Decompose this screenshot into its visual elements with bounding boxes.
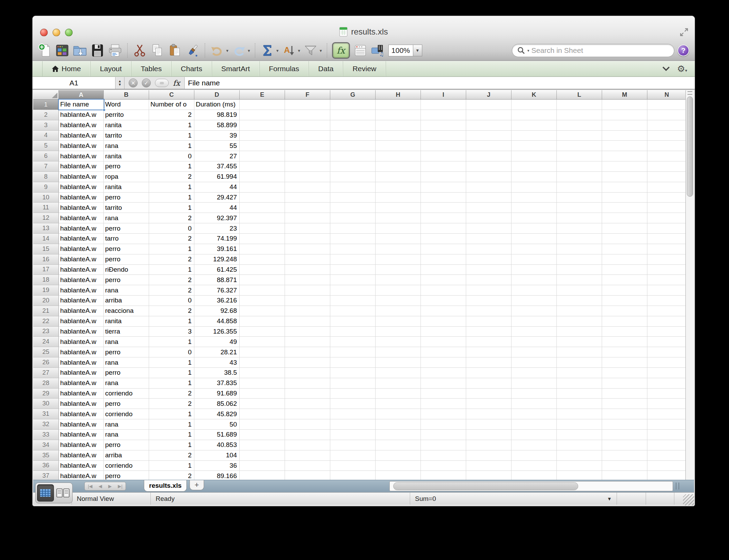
cell-E27[interactable] bbox=[240, 368, 285, 378]
cell-H6[interactable] bbox=[376, 151, 421, 161]
cell-H37[interactable] bbox=[376, 471, 421, 480]
cell-N14[interactable] bbox=[647, 234, 686, 244]
cell-F20[interactable] bbox=[285, 296, 330, 306]
name-box[interactable]: A1 bbox=[33, 77, 116, 89]
cell-N27[interactable] bbox=[647, 368, 686, 378]
cell-K7[interactable] bbox=[511, 161, 557, 172]
cell-J10[interactable] bbox=[466, 193, 511, 203]
cell-A18[interactable]: hablanteA.w bbox=[59, 275, 104, 285]
cell-E20[interactable] bbox=[240, 296, 285, 306]
cell-J5[interactable] bbox=[466, 141, 511, 151]
cell-A4[interactable]: hablanteA.w bbox=[59, 131, 104, 141]
cell-C28[interactable]: 1 bbox=[149, 378, 194, 389]
sum-dropdown-icon[interactable]: ▼ bbox=[607, 496, 612, 502]
cell-I23[interactable] bbox=[421, 327, 466, 337]
cell-G10[interactable] bbox=[330, 193, 376, 203]
sheet-nav-arrows[interactable]: |◀ ◀ ▶ ▶| bbox=[84, 482, 126, 491]
window-resize-grip[interactable] bbox=[683, 494, 694, 505]
cell-I19[interactable] bbox=[421, 285, 466, 296]
cell-G33[interactable] bbox=[330, 430, 376, 440]
cell-J24[interactable] bbox=[466, 337, 511, 347]
cell-M16[interactable] bbox=[602, 254, 647, 265]
cell-A17[interactable]: hablanteA.w bbox=[59, 265, 104, 275]
column-header-B[interactable]: B bbox=[104, 90, 149, 100]
horizontal-scrollbar[interactable] bbox=[389, 481, 673, 491]
row-header-3[interactable]: 3 bbox=[33, 120, 59, 131]
cell-H30[interactable] bbox=[376, 399, 421, 409]
cell-H28[interactable] bbox=[376, 378, 421, 389]
cell-I27[interactable] bbox=[421, 368, 466, 378]
open-button[interactable] bbox=[73, 43, 87, 58]
cell-N33[interactable] bbox=[647, 430, 686, 440]
cell-N4[interactable] bbox=[647, 131, 686, 141]
cell-F12[interactable] bbox=[285, 213, 330, 223]
cell-M34[interactable] bbox=[602, 440, 647, 450]
cell-G8[interactable] bbox=[330, 172, 376, 182]
cell-M20[interactable] bbox=[602, 296, 647, 306]
toolbox-button[interactable] bbox=[353, 43, 368, 58]
cell-I17[interactable] bbox=[421, 265, 466, 275]
cell-M15[interactable] bbox=[602, 244, 647, 254]
cell-I2[interactable] bbox=[421, 110, 466, 120]
cell-A16[interactable]: hablanteA.w bbox=[59, 254, 104, 265]
cell-D2[interactable]: 98.819 bbox=[194, 110, 240, 120]
cell-I11[interactable] bbox=[421, 203, 466, 213]
cell-G27[interactable] bbox=[330, 368, 376, 378]
cell-B28[interactable]: rana bbox=[104, 378, 149, 389]
row-header-22[interactable]: 22 bbox=[33, 316, 59, 327]
cell-H10[interactable] bbox=[376, 193, 421, 203]
column-header-A[interactable]: A bbox=[59, 90, 104, 100]
fullscreen-icon[interactable] bbox=[680, 28, 689, 37]
cell-K12[interactable] bbox=[511, 213, 557, 223]
tab-home[interactable]: Home bbox=[42, 61, 91, 76]
cell-H7[interactable] bbox=[376, 161, 421, 172]
cell-A33[interactable]: hablanteA.w bbox=[59, 430, 104, 440]
cell-F15[interactable] bbox=[285, 244, 330, 254]
cell-F5[interactable] bbox=[285, 141, 330, 151]
cell-J28[interactable] bbox=[466, 378, 511, 389]
cell-H20[interactable] bbox=[376, 296, 421, 306]
row-header-10[interactable]: 10 bbox=[33, 193, 59, 203]
cell-M32[interactable] bbox=[602, 419, 647, 430]
cell-M6[interactable] bbox=[602, 151, 647, 161]
cell-F34[interactable] bbox=[285, 440, 330, 450]
cell-J4[interactable] bbox=[466, 131, 511, 141]
cell-G20[interactable] bbox=[330, 296, 376, 306]
cell-D9[interactable]: 44 bbox=[194, 182, 240, 193]
cell-M1[interactable] bbox=[602, 100, 647, 110]
row-header-8[interactable]: 8 bbox=[33, 172, 59, 182]
cell-A36[interactable]: hablanteA.w bbox=[59, 461, 104, 471]
row-header-13[interactable]: 13 bbox=[33, 223, 59, 234]
cell-L36[interactable] bbox=[557, 461, 602, 471]
cell-J19[interactable] bbox=[466, 285, 511, 296]
cell-K32[interactable] bbox=[511, 419, 557, 430]
cell-A12[interactable]: hablanteA.w bbox=[59, 213, 104, 223]
cell-K15[interactable] bbox=[511, 244, 557, 254]
cell-C6[interactable]: 0 bbox=[149, 151, 194, 161]
page-layout-view-button[interactable] bbox=[55, 484, 71, 502]
cell-A24[interactable]: hablanteA.w bbox=[59, 337, 104, 347]
cell-A11[interactable]: hablanteA.w bbox=[59, 203, 104, 213]
cell-H14[interactable] bbox=[376, 234, 421, 244]
tab-formulas[interactable]: Formulas bbox=[260, 61, 309, 76]
cell-F30[interactable] bbox=[285, 399, 330, 409]
cell-I12[interactable] bbox=[421, 213, 466, 223]
cell-H8[interactable] bbox=[376, 172, 421, 182]
gear-icon[interactable]: ⚙▾ bbox=[677, 64, 687, 74]
cell-F35[interactable] bbox=[285, 450, 330, 461]
row-header-7[interactable]: 7 bbox=[33, 161, 59, 172]
cell-K33[interactable] bbox=[511, 430, 557, 440]
cell-H17[interactable] bbox=[376, 265, 421, 275]
cell-L23[interactable] bbox=[557, 327, 602, 337]
sheet-tab-active[interactable]: results.xls bbox=[144, 480, 187, 492]
cell-H36[interactable] bbox=[376, 461, 421, 471]
cell-M28[interactable] bbox=[602, 378, 647, 389]
cell-C7[interactable]: 1 bbox=[149, 161, 194, 172]
column-header-C[interactable]: C bbox=[149, 90, 194, 100]
cell-B5[interactable]: rana bbox=[104, 141, 149, 151]
cell-C24[interactable]: 1 bbox=[149, 337, 194, 347]
cell-F26[interactable] bbox=[285, 357, 330, 368]
cell-C20[interactable]: 0 bbox=[149, 296, 194, 306]
cell-L35[interactable] bbox=[557, 450, 602, 461]
cell-G25[interactable] bbox=[330, 347, 376, 357]
